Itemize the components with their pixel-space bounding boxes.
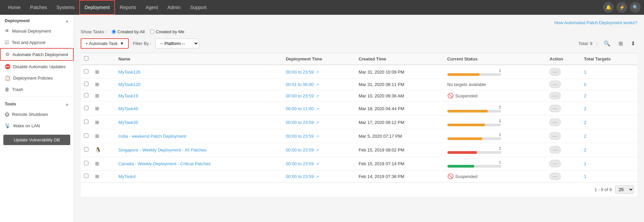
task-name-link[interactable]: MyTask35 <box>118 120 138 125</box>
flash-icon[interactable]: ⚡ <box>616 2 627 13</box>
platform-icon: ⊞ <box>95 69 99 75</box>
nav-item-admin[interactable]: Admin <box>163 0 186 15</box>
nav-item-patches[interactable]: Patches <box>25 0 52 15</box>
total-targets-link[interactable]: 0 <box>584 82 586 87</box>
deployment-time[interactable]: 00:00 to 23:59 <box>286 120 314 125</box>
deployment-time[interactable]: 00:00 to 23:59 <box>286 147 314 152</box>
action-menu-button[interactable]: ··· <box>550 119 561 126</box>
task-name-link[interactable]: India - weekend Patch Deployment <box>118 134 186 139</box>
sidebar-item-wake-on-lan[interactable]: 📡 Wake on LAN <box>0 120 74 131</box>
deployment-time[interactable]: 00:01 to 06:00 <box>286 82 314 87</box>
total-targets-link[interactable]: 1 <box>584 161 586 166</box>
total-targets-link[interactable]: 2 <box>584 93 586 98</box>
external-link-icon[interactable]: ↗ <box>316 83 319 87</box>
select-all-checkbox[interactable] <box>84 56 88 60</box>
platform-filter-select[interactable]: -- Platform -- <box>155 39 199 48</box>
task-name-link[interactable]: MyTask126 <box>118 70 140 75</box>
help-link[interactable]: How Automated Patch Deployment works? <box>81 20 637 25</box>
external-link-icon[interactable]: ↗ <box>316 175 319 179</box>
deployment-time[interactable]: 00:00 to 23:59 <box>286 174 314 179</box>
action-menu-button[interactable]: ··· <box>550 146 561 153</box>
row-checkbox[interactable] <box>84 106 88 110</box>
task-name-link[interactable]: MyTask19 <box>118 93 138 98</box>
row-checkbox[interactable] <box>84 93 88 97</box>
page-size-select[interactable]: 25 50 100 <box>615 185 634 194</box>
sidebar-item-disable-automatic-updates[interactable]: ⛔ Disable Automatic Updates <box>0 61 74 72</box>
external-link-icon[interactable]: ↗ <box>316 148 319 152</box>
task-name-link[interactable]: MyTask4 <box>118 174 135 179</box>
task-name-link[interactable]: MyTask46 <box>118 106 138 111</box>
action-menu-button[interactable]: ··· <box>550 132 561 140</box>
search-icon[interactable]: 🔍 <box>630 2 641 13</box>
deployment-time[interactable]: 00:00 to 23:59 <box>286 134 314 139</box>
nav-item-reports[interactable]: Reports <box>115 0 141 15</box>
row-checkbox[interactable] <box>84 161 88 165</box>
nav-item-support[interactable]: Support <box>186 0 211 15</box>
external-link-icon[interactable]: ↗ <box>316 107 319 111</box>
no-icon: ⛔ <box>5 64 10 69</box>
total-targets-link[interactable]: 2 <box>584 120 586 125</box>
deployment-time[interactable]: 00:00 to 23:59 <box>286 161 314 166</box>
row-checkbox[interactable] <box>84 174 88 178</box>
external-link-icon[interactable]: ↗ <box>316 94 319 98</box>
platform-icon: 🐧 <box>95 147 101 152</box>
progress-bar-fill <box>447 151 477 154</box>
sidebar-chevron-tools[interactable]: ▲ <box>65 102 69 106</box>
task-name-link[interactable]: Canada - Weekly Deployment - Critical Pa… <box>118 161 210 166</box>
action-menu-button[interactable]: ··· <box>550 68 561 76</box>
row-checkbox[interactable] <box>84 147 88 151</box>
automate-task-button[interactable]: + Automate Task ▼ <box>81 38 129 49</box>
created-time: Feb 15, 2019 07:14 PM <box>355 157 444 171</box>
action-menu-button[interactable]: ··· <box>550 173 561 180</box>
row-checkbox[interactable] <box>84 82 88 86</box>
search-table-icon[interactable]: 🔍 <box>602 39 612 48</box>
sidebar-chevron-deployment[interactable]: ▲ <box>65 19 69 23</box>
total-targets-link[interactable]: 2 <box>584 147 586 152</box>
th-select-all[interactable] <box>81 53 92 65</box>
nav-item-home[interactable]: Home <box>3 0 25 15</box>
row-checkbox[interactable] <box>84 133 88 138</box>
column-view-icon[interactable]: ⊞ <box>616 39 625 48</box>
sidebar-item-remote-shutdown[interactable]: ⏻ Remote Shutdown <box>0 108 74 120</box>
nav-item-deployment[interactable]: Deployment <box>79 0 115 15</box>
external-link-icon[interactable]: ↗ <box>316 162 319 166</box>
action-menu-button[interactable]: ··· <box>550 92 561 99</box>
created-time: Mar 18, 2020 04:44 PM <box>355 102 444 116</box>
total-targets-link[interactable]: 2 <box>584 134 586 139</box>
created-time: Mar 31, 2020 10:09 PM <box>355 65 444 79</box>
no-targets-text: No targets available <box>447 82 486 87</box>
update-vulnerability-db-button[interactable]: Update Vulnerability DB <box>3 135 70 145</box>
total-targets-link[interactable]: 2 <box>584 106 586 111</box>
sidebar-item-manual-deployment[interactable]: 👁 Manual Deployment <box>0 25 74 37</box>
sidebar-item-automate-patch-deployment[interactable]: ⚙ Automate Patch Deployment <box>0 48 74 61</box>
task-name-link[interactable]: Singapore - Weekly Deployment - All Patc… <box>118 147 206 152</box>
external-link-icon[interactable]: ↗ <box>316 121 319 125</box>
progress-label: 2 <box>499 133 501 137</box>
radio-created-by-all[interactable]: Created by All <box>112 29 145 34</box>
progress-bar-fill <box>447 137 482 140</box>
radio-created-by-me[interactable]: Created by Me <box>150 29 184 34</box>
notification-icon[interactable]: 🔔 <box>603 2 614 13</box>
sidebar-item-test-and-approve[interactable]: ☑ Test and Approve <box>0 37 74 48</box>
external-link-icon[interactable]: ↗ <box>316 70 319 74</box>
nav-item-systems[interactable]: Systems <box>52 0 79 15</box>
action-menu-button[interactable]: ··· <box>550 105 561 112</box>
row-checkbox[interactable] <box>84 69 88 74</box>
deployment-time[interactable]: 06:00 to 11:00 <box>286 106 314 111</box>
deployment-time[interactable]: 00:00 to 23:59 <box>286 93 314 98</box>
total-targets-link[interactable]: 1 <box>584 70 586 75</box>
action-menu-button[interactable]: ··· <box>550 160 561 167</box>
row-checkbox[interactable] <box>84 120 88 124</box>
action-menu-button[interactable]: ··· <box>550 81 561 88</box>
sidebar-item-trash[interactable]: 🗑 Trash <box>0 84 74 95</box>
task-name-link[interactable]: MyTask120 <box>118 82 140 87</box>
nav-item-agent[interactable]: Agent <box>141 0 163 15</box>
deployment-time[interactable]: 00:00 to 23:59 <box>286 70 314 75</box>
show-tasks-label: Show Tasks : <box>81 29 106 34</box>
current-status: 2 <box>444 129 546 143</box>
download-icon[interactable]: ⬇ <box>629 39 637 48</box>
total-targets-link[interactable]: 1 <box>584 174 586 179</box>
sidebar-item-deployment-policies[interactable]: 📋 Deployment Policies <box>0 72 74 84</box>
th-total-targets: Total Targets <box>580 53 637 65</box>
external-link-icon[interactable]: ↗ <box>316 134 319 138</box>
